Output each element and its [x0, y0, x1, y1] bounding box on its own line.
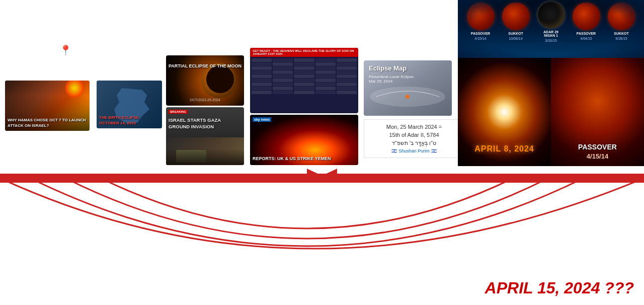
- table-cell: [337, 79, 357, 82]
- svg-marker-2: [272, 169, 322, 183]
- table-cell: [294, 70, 314, 74]
- card-birth-eclipse-title: THE BIRTH ECLIPSE OCTOBER 14, 2023: [99, 115, 139, 126]
- table-row: [252, 70, 357, 74]
- table-cell: [315, 58, 336, 62]
- table-cell: [273, 74, 293, 78]
- card-yemen-title: REPORTS: UK & US STRIKE YEMEN: [253, 156, 356, 161]
- table-row: [252, 87, 357, 90]
- table-cell: [337, 58, 357, 62]
- skynews-logo: sky news: [253, 117, 271, 122]
- table-cell: [337, 74, 357, 78]
- table-cell: [294, 58, 314, 62]
- table-cell: [252, 62, 272, 66]
- table-cell: [273, 62, 293, 66]
- card-birth-eclipse: THE BIRTH ECLIPSE OCTOBER 14, 2023: [97, 81, 162, 128]
- table-cell: [294, 74, 314, 78]
- card-hamas-title: WHY HAMAS CHOSE OCT 7 TO LAUNCH ATTACK O…: [8, 118, 90, 128]
- table-cell: [294, 62, 314, 66]
- timeline-arrows: [272, 169, 372, 183]
- date-info-english: Mon, 25 March 2024 =: [369, 124, 459, 130]
- table-row: [252, 58, 357, 62]
- card-passover: PASSOVER 4/15/14: [551, 58, 644, 166]
- table-cell: [273, 87, 293, 90]
- svg-marker-3: [322, 169, 372, 183]
- date-info-box: Mon, 25 March 2024 = 15th of Adar II, 57…: [364, 119, 464, 158]
- table-cell: [273, 66, 293, 70]
- table-cell: [315, 70, 336, 74]
- eclipse-sequence-card: PASSOVER 4/15/14 SUKKOT 10/08/14 ADAR 29…: [458, 0, 644, 58]
- card-moon-date: OCT/2023-25-2024: [166, 98, 244, 102]
- table-cell: [273, 70, 293, 74]
- card-eclipse-map: Eclipse Map Penumbral Lunar Eclipse Mar …: [364, 60, 452, 116]
- table-row: [252, 66, 357, 70]
- table-cell: [252, 87, 272, 90]
- table-cell: [315, 91, 336, 94]
- table-cell: [252, 91, 272, 94]
- table-row: [252, 74, 357, 78]
- table-cell: [337, 66, 357, 70]
- table-cell: [252, 83, 272, 86]
- passover-date: 4/15/14: [551, 152, 644, 160]
- purim-link[interactable]: Shushan Purim: [398, 148, 430, 154]
- card-moon-title: PARTIAL ECLIPSE OF THE MOON: [166, 63, 244, 69]
- table-row: [252, 79, 357, 82]
- table-cell: [273, 79, 293, 82]
- table-row: [252, 91, 357, 94]
- location-pin: 📍: [59, 44, 72, 56]
- table-cell: [273, 58, 293, 62]
- table-cell: [294, 79, 314, 82]
- table-cell: [315, 66, 336, 70]
- card-gaza-image: [166, 137, 244, 165]
- table-cell: [294, 87, 314, 90]
- table-cell: [294, 91, 314, 94]
- card-table-content: [250, 57, 358, 113]
- table-cell: [337, 87, 357, 90]
- card-table-header: GET READY - THE HEAVENS WILL DECLARE THE…: [250, 48, 358, 57]
- table-cell: [337, 83, 357, 86]
- card-skynews-table: GET READY - THE HEAVENS WILL DECLARE THE…: [250, 48, 358, 113]
- eclipse-map-svg: [366, 81, 449, 113]
- date-info-hebrew-line1: 15th of Adar II, 5784: [369, 132, 459, 138]
- table-cell: [315, 83, 336, 86]
- table-cell: [337, 70, 357, 74]
- table-cell: [252, 66, 272, 70]
- card-hamas: WHY HAMAS CHOSE OCT 7 TO LAUNCH ATTACK O…: [5, 81, 90, 131]
- star-background: [458, 0, 644, 58]
- table-cell: [252, 58, 272, 62]
- card-gaza-invasion: BREAKING ISRAEL STARTS GAZA GROUND INVAS…: [166, 107, 244, 165]
- card-april8-eclipse: APRIL 8, 2024: [458, 58, 551, 166]
- table-cell: [294, 66, 314, 70]
- april8-label: APRIL 8, 2024: [458, 144, 551, 154]
- svg-point-1: [406, 95, 410, 99]
- table-cell: [252, 79, 272, 82]
- eclipse-map-title: Eclipse Map: [369, 64, 407, 72]
- table-cell: [315, 79, 336, 82]
- table-cell: [273, 91, 293, 94]
- table-cell: [315, 87, 336, 90]
- date-info-purim: 🇮🇱 Shushan Purim 🇮🇱: [369, 148, 459, 154]
- card-yemen-strike: sky news REPORTS: UK & US STRIKE YEMEN: [250, 115, 358, 165]
- table-row: [252, 83, 357, 86]
- card-partial-eclipse: PARTIAL ECLIPSE OF THE MOON OCT/2023-25-…: [166, 55, 244, 106]
- table-cell: [252, 74, 272, 78]
- date-info-hebrew-line2: ט"ו בְּאַדָּר ב' תשפ"ד: [369, 140, 459, 146]
- table-cell: [315, 74, 336, 78]
- table-row: [252, 62, 357, 66]
- table-cell: [273, 83, 293, 86]
- april15-label: APRIL 15, 2024 ???: [485, 279, 634, 297]
- table-cell: [252, 70, 272, 74]
- table-cell: [315, 62, 336, 66]
- table-cell: [294, 83, 314, 86]
- tank-scene-overlay: [166, 137, 244, 165]
- card-gaza-title: ISRAEL STARTS GAZA GROUND INVASION: [169, 111, 242, 130]
- table-cell: [337, 91, 357, 94]
- table-cell: [337, 62, 357, 66]
- passover-label: PASSOVER: [551, 143, 644, 151]
